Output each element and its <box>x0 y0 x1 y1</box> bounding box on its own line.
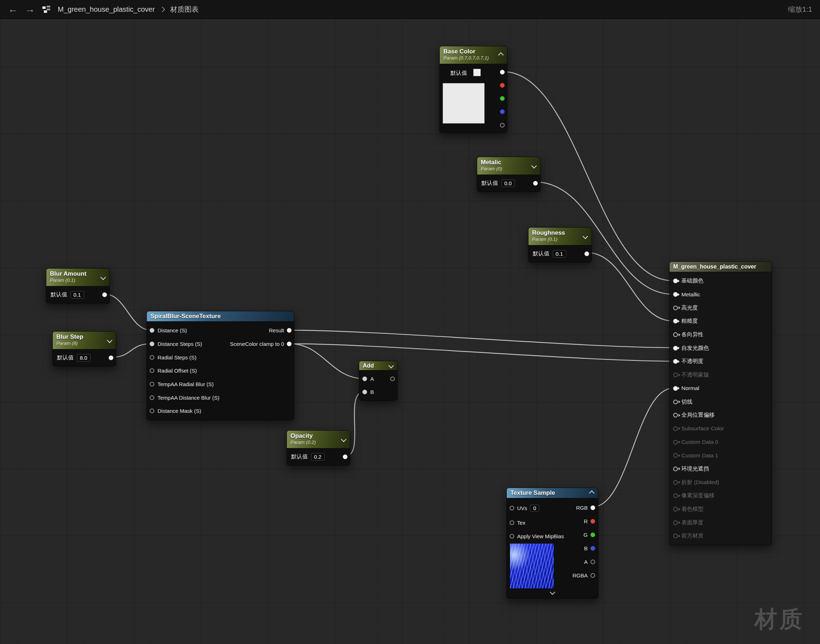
pin-roughness[interactable] <box>673 319 678 324</box>
pin-base-color[interactable] <box>673 279 678 283</box>
material-input-specular[interactable]: 高光度 <box>670 301 772 314</box>
output-pin-a[interactable] <box>591 560 595 564</box>
output-pin-b[interactable] <box>500 109 505 114</box>
output-label: G <box>584 532 588 538</box>
node-roughness[interactable]: Roughness Param (0.1) 默认值 0.1 <box>528 227 592 262</box>
node-texture-sample[interactable]: Texture Sample UVs 0 Tex Apply View MipB… <box>507 488 598 599</box>
input-pin-distance[interactable] <box>150 328 154 333</box>
default-color-swatch[interactable] <box>473 69 481 76</box>
input-pin-tempaa-distance-blur[interactable] <box>150 396 154 400</box>
chevron-down-icon[interactable] <box>583 234 588 239</box>
input-pin-tex[interactable] <box>510 520 514 525</box>
pin-ambient-occlusion[interactable] <box>673 467 678 471</box>
chevron-down-icon[interactable] <box>341 437 347 442</box>
pin-anisotropy[interactable] <box>673 332 678 337</box>
node-header[interactable]: Opacity Param (0.2) <box>287 431 350 448</box>
node-title: Opacity <box>290 432 340 440</box>
node-header[interactable]: M_green_house_plastic_cover <box>670 262 772 272</box>
material-input-world-position-offset[interactable]: 全局位置偏移 <box>670 409 772 422</box>
pin-emissive[interactable] <box>673 346 678 351</box>
output-pin[interactable] <box>584 251 589 256</box>
node-header[interactable]: Base Color Param (0.7,0.7,0.7,1) <box>440 46 507 64</box>
material-input-ambient-occlusion[interactable]: 环境光遮挡 <box>670 462 772 476</box>
material-input-anisotropy[interactable]: 各向异性 <box>670 328 772 342</box>
output-pin[interactable] <box>533 181 538 186</box>
back-button[interactable]: ← <box>8 4 18 14</box>
node-base-color[interactable]: Base Color Param (0.7,0.7,0.7,1) 默认值 <box>439 46 507 133</box>
chevron-down-icon[interactable] <box>100 274 106 280</box>
output-pin-rgb[interactable] <box>591 506 595 510</box>
node-header[interactable]: Roughness Param (0.1) <box>528 228 591 245</box>
chevron-down-icon[interactable] <box>531 163 537 169</box>
input-pin-apply-view-mipbias[interactable] <box>510 534 514 538</box>
output-pin-b[interactable] <box>591 546 595 550</box>
node-blur-step[interactable]: Blur Step Param (8) 默认值 8.0 <box>52 331 116 366</box>
chevron-up-icon[interactable] <box>589 491 595 496</box>
default-value-input[interactable]: 8.0 <box>77 354 91 362</box>
input-pin-a[interactable] <box>362 377 367 381</box>
chevron-down-icon[interactable] <box>389 363 394 369</box>
node-subtitle: Param (0) <box>481 166 530 171</box>
output-pin-g[interactable] <box>591 532 595 537</box>
output-pin-rgba[interactable] <box>500 70 505 74</box>
pin-opacity[interactable] <box>673 359 678 364</box>
material-input-emissive[interactable]: 自发光颜色 <box>670 341 772 355</box>
uv-value-input[interactable]: 0 <box>530 505 539 512</box>
pin-tangent[interactable] <box>673 400 678 404</box>
graph-canvas[interactable]: Base Color Param (0.7,0.7,0.7,1) 默认值 Met… <box>0 0 820 644</box>
node-material-result[interactable]: M_green_house_plastic_cover 基础颜色 Metalli… <box>669 261 772 545</box>
node-header[interactable]: Blur Step Param (8) <box>53 332 116 350</box>
default-value-input[interactable]: 0.1 <box>71 291 84 299</box>
input-pin-distance-mask[interactable] <box>150 409 154 413</box>
pin-metallic[interactable] <box>673 292 678 297</box>
input-pin-distance-steps[interactable] <box>150 342 154 346</box>
node-spiralblur-scenetexture[interactable]: SpiralBlur-SceneTexture Distance (S) Res… <box>146 311 294 420</box>
node-header[interactable]: SpiralBlur-SceneTexture <box>147 311 294 322</box>
output-pin-r[interactable] <box>500 83 505 87</box>
material-input-opacity[interactable]: 不透明度 <box>670 355 772 368</box>
material-input-base-color[interactable]: 基础颜色 <box>670 274 772 288</box>
pin-specular[interactable] <box>673 306 678 310</box>
texture-thumbnail[interactable] <box>510 543 554 589</box>
chevron-down-icon[interactable] <box>107 338 113 343</box>
breadcrumb-current-tab[interactable]: 材质图表 <box>170 5 198 14</box>
input-pin-radial-offset[interactable] <box>150 368 154 373</box>
chevron-down-icon[interactable] <box>550 589 556 595</box>
chevron-up-icon[interactable] <box>498 52 504 58</box>
default-value-input[interactable]: 0.0 <box>501 179 515 187</box>
input-pin-uvs[interactable] <box>510 506 514 511</box>
default-value-input[interactable]: 0.1 <box>553 250 566 258</box>
color-preview[interactable] <box>442 83 485 124</box>
node-subtitle: Param (0.2) <box>290 440 340 445</box>
input-pin-b[interactable] <box>362 389 367 394</box>
default-value-input[interactable]: 0.2 <box>311 453 325 460</box>
output-pin-rgba[interactable] <box>591 573 595 578</box>
output-pin-result[interactable] <box>287 328 292 333</box>
output-pin[interactable] <box>109 356 113 360</box>
output-pin[interactable] <box>390 377 395 381</box>
input-pin-tempaa-radial-blur[interactable] <box>150 382 154 386</box>
node-blur-amount[interactable]: Blur Amount Param (0.1) 默认值 0.1 <box>46 268 110 304</box>
node-header[interactable]: Texture Sample <box>507 488 598 498</box>
output-pin-g[interactable] <box>500 96 505 101</box>
forward-button[interactable]: → <box>25 4 35 14</box>
output-pin-scenecolor[interactable] <box>287 342 292 346</box>
pin-world-position-offset[interactable] <box>673 413 678 417</box>
output-pin-a[interactable] <box>500 123 505 127</box>
material-input-normal[interactable]: Normal <box>670 382 772 396</box>
input-pin-radial-steps[interactable] <box>150 355 154 360</box>
node-add[interactable]: Add A B <box>359 361 398 401</box>
material-input-roughness[interactable]: 粗糙度 <box>670 314 772 328</box>
breadcrumb-material-name[interactable]: M_green_house_plastic_cover <box>58 5 155 14</box>
node-header[interactable]: Blur Amount Param (0.1) <box>46 268 109 287</box>
material-input-metallic[interactable]: Metallic <box>670 288 772 301</box>
material-input-tangent[interactable]: 切线 <box>670 395 772 409</box>
output-pin-r[interactable] <box>591 519 595 524</box>
node-opacity[interactable]: Opacity Param (0.2) 默认值 0.2 <box>287 430 350 466</box>
output-pin[interactable] <box>102 293 107 297</box>
node-header[interactable]: Add <box>359 361 397 370</box>
pin-normal[interactable] <box>673 386 678 391</box>
node-metalic[interactable]: Metalic Param (0) 默认值 0.0 <box>477 157 541 192</box>
node-header[interactable]: Metalic Param (0) <box>477 157 540 175</box>
output-pin[interactable] <box>343 454 347 459</box>
